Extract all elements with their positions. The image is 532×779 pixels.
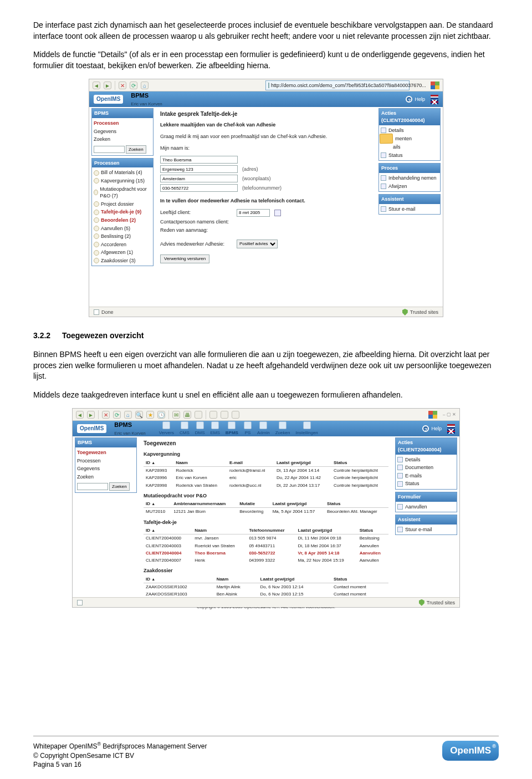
menu-item[interactable]: Zoeken xyxy=(275,421,290,436)
proc-item[interactable]: Mutatieopdracht voor P&O (7) xyxy=(94,185,151,200)
column-header[interactable]: E-mail xyxy=(227,459,274,467)
column-header[interactable]: Laatst gewijzigd xyxy=(274,459,331,467)
column-header[interactable]: Laatst gewijzigd xyxy=(270,500,325,508)
city-input[interactable] xyxy=(160,175,238,182)
acties-item[interactable]: Status xyxy=(397,480,455,488)
proc-item[interactable]: Tafeltje-dek-je (9) xyxy=(94,208,151,216)
misc-icon-1[interactable] xyxy=(209,411,217,419)
nav-item-processen[interactable]: Processen xyxy=(94,119,151,128)
acties-item[interactable]: Details xyxy=(397,456,455,464)
formulier-aanvullen[interactable]: Aanvullen xyxy=(405,503,427,511)
column-header[interactable]: Status xyxy=(357,527,388,534)
column-header[interactable]: ID ▲ xyxy=(144,527,192,534)
table-row[interactable]: ZAAKDOSSIER1002Martijn AlinkDo, 6 Nov 20… xyxy=(144,583,388,590)
flag-uk-icon[interactable] xyxy=(447,429,455,434)
menu-item[interactable]: BPMS xyxy=(226,421,238,436)
language-flags[interactable] xyxy=(447,424,455,434)
search-icon[interactable]: 🔍 xyxy=(135,411,143,419)
table-row[interactable]: CLIENT20040000mvr. Jansen013 505 9874Di,… xyxy=(144,534,388,542)
proc-item[interactable]: Beslissing (2) xyxy=(94,232,151,241)
menu-item[interactable]: DMS xyxy=(195,421,205,436)
mail-icon[interactable]: ✉ xyxy=(172,411,180,419)
column-header[interactable]: Laatst gewijzigd xyxy=(296,527,357,534)
table-row[interactable]: KAP28993Roderickroderick@transi.nlDi, 13… xyxy=(144,467,388,475)
print-icon[interactable]: 🖶 xyxy=(183,411,191,419)
nav-item-toegewezen[interactable]: Toegewezen xyxy=(77,449,135,457)
proc-item[interactable]: Zaakdossier (3) xyxy=(94,257,151,265)
assistent-email[interactable]: Stuur e-mail xyxy=(388,206,416,213)
table-row[interactable]: CLIENT20040004Theo Boersma030-5652722Vr,… xyxy=(144,549,388,557)
search-input[interactable] xyxy=(94,146,125,153)
acties-item[interactable]: E-mails xyxy=(397,472,455,480)
submit-button[interactable]: Verwerking versturen xyxy=(160,254,209,263)
proc-item[interactable]: Afgewezen (1) xyxy=(94,248,151,257)
proc-item[interactable]: Bill of Materials (4) xyxy=(94,169,151,177)
acties-emails[interactable]: ails xyxy=(393,144,401,151)
help-icon[interactable]: ? xyxy=(406,96,412,103)
misc-icon-3[interactable] xyxy=(232,411,239,419)
nav-item-gegevens[interactable]: Gegevens xyxy=(94,128,151,136)
stop-icon[interactable]: ✕ xyxy=(102,411,110,419)
assistent-email[interactable]: Stuur e-mail xyxy=(405,526,432,533)
calendar-icon[interactable] xyxy=(274,210,281,216)
flag-nl-icon[interactable] xyxy=(431,95,438,99)
column-header[interactable]: Mutatie xyxy=(237,500,270,508)
address-input[interactable] xyxy=(160,165,238,173)
flag-nl-icon[interactable] xyxy=(447,424,455,429)
forward-icon[interactable]: ► xyxy=(87,411,95,419)
edit-icon[interactable] xyxy=(195,411,202,419)
column-header[interactable]: Naam xyxy=(173,459,227,467)
column-header[interactable]: Telefoonnummer xyxy=(247,527,295,534)
nav-item-processen[interactable]: Processen xyxy=(77,457,135,465)
column-header[interactable]: Status xyxy=(331,576,388,583)
proc-item[interactable]: Project dossier xyxy=(94,200,151,208)
phone-input[interactable] xyxy=(160,184,238,192)
table-row[interactable]: CLIENT20040007Henk043999 3322Ma, 22 Nov … xyxy=(144,557,388,564)
menu-item[interactable]: CMS xyxy=(180,421,190,436)
forward-icon[interactable]: ► xyxy=(104,82,111,89)
nav-item-zoeken[interactable]: Zoeken xyxy=(94,135,151,144)
column-header[interactable]: ID ▲ xyxy=(144,459,173,467)
menu-item[interactable]: EMS xyxy=(211,421,220,436)
acties-status[interactable]: Status xyxy=(388,152,403,159)
menu-item[interactable]: Admin xyxy=(257,421,270,436)
advies-select[interactable]: Positief advies xyxy=(237,240,278,248)
misc-icon-2[interactable] xyxy=(221,411,228,419)
back-icon[interactable]: ◄ xyxy=(76,411,84,419)
flag-uk-icon[interactable] xyxy=(431,100,438,104)
column-header[interactable]: ID ▲ xyxy=(144,576,214,583)
refresh-icon[interactable]: ⟳ xyxy=(130,82,137,89)
nav-item-gegevens[interactable]: Gegevens xyxy=(77,465,135,473)
home-icon[interactable]: ⌂ xyxy=(141,82,149,89)
back-icon[interactable]: ◄ xyxy=(93,82,100,89)
proces-afwijzen[interactable]: Afwijzen xyxy=(388,183,407,190)
home-icon[interactable]: ⌂ xyxy=(124,411,132,419)
column-header[interactable]: Laatst gewijzigd xyxy=(258,576,331,583)
table-row[interactable]: CLIENT20040003Roerickt van Straten05 494… xyxy=(144,542,388,549)
table-row[interactable]: MUT201012121 Jan BlomBevorderingMa, 5 Ap… xyxy=(144,508,388,516)
stop-icon[interactable]: ✕ xyxy=(119,82,126,89)
column-header[interactable]: Status xyxy=(331,459,388,467)
search-input[interactable] xyxy=(77,483,108,490)
menu-item[interactable]: Instellingen xyxy=(295,421,318,436)
column-header[interactable]: Status xyxy=(325,500,388,508)
proc-item[interactable]: Aanvullen (5) xyxy=(94,225,151,233)
search-button[interactable]: Zoeken xyxy=(109,482,130,491)
proc-item[interactable]: Beoordelen (2) xyxy=(94,216,151,225)
refresh-icon[interactable]: ⟳ xyxy=(113,411,121,419)
table-row[interactable]: KAP28996Eric van KorvenericDo, 22 Apr 20… xyxy=(144,474,388,481)
table-row[interactable]: KAP28998Roderick van Stratenroderick@ucc… xyxy=(144,482,388,489)
acties-details[interactable]: Details xyxy=(388,127,404,134)
column-header[interactable]: Naam xyxy=(214,576,258,583)
language-flags[interactable] xyxy=(431,95,438,104)
name-input[interactable] xyxy=(160,156,238,164)
acties-documenten[interactable]: menten xyxy=(395,135,412,142)
address-bar[interactable]: http://demo.osict.com/demo_com/7bef953f1… xyxy=(265,80,410,90)
proc-item[interactable]: Accorderen xyxy=(94,241,151,249)
history-icon[interactable]: 🕓 xyxy=(157,411,165,419)
column-header[interactable]: ID ▲ xyxy=(144,500,171,508)
help-label[interactable]: Help xyxy=(431,425,442,432)
favorites-icon[interactable]: ★ xyxy=(146,411,154,419)
window-controls[interactable]: – ▢ ✕ xyxy=(443,411,456,417)
column-header[interactable]: Ambtenaarnummernaam xyxy=(171,500,237,508)
